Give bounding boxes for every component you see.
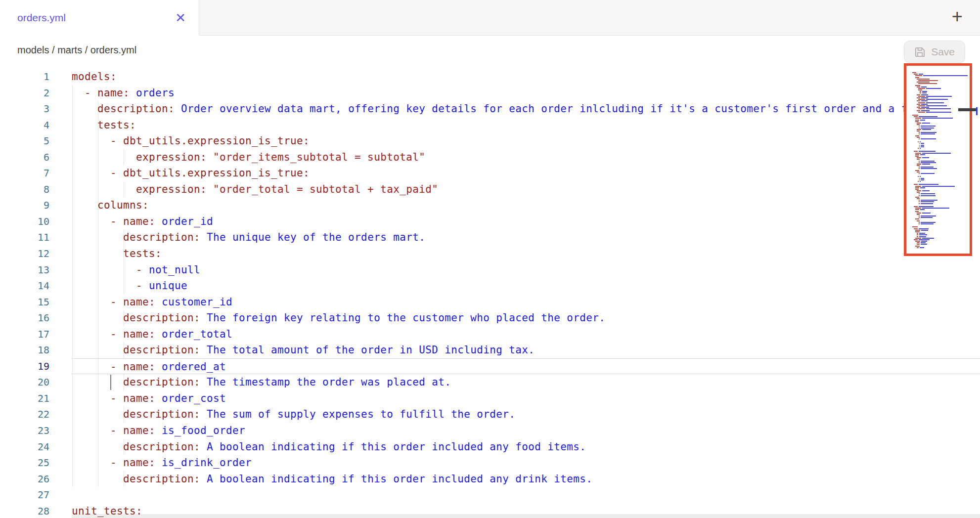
code-line[interactable]: 17- name: order_total [0, 326, 980, 343]
code-line[interactable]: 24description: A boolean indicating if t… [0, 439, 980, 455]
code-line-text: description: The sum of supply expenses … [72, 406, 980, 423]
code-line[interactable]: 14- unique [0, 278, 980, 294]
code-lines: 1models:2- name: orders3description: Ord… [0, 69, 980, 518]
code-line-text: - unique [72, 278, 980, 294]
plus-icon[interactable]: + [952, 7, 963, 26]
minimap-row [915, 208, 970, 209]
minimap-row [915, 230, 970, 231]
line-number: 1 [0, 69, 49, 85]
code-line-text: models: [72, 69, 980, 85]
code-line[interactable]: 18description: The total amount of the o… [0, 342, 980, 358]
caret [110, 375, 111, 390]
code-line-text: - name: order_id [72, 214, 980, 230]
code-line[interactable]: 8expression: "order_total = subtotal + t… [0, 181, 980, 198]
minimap-row [918, 105, 970, 106]
code-line[interactable]: 7- dbt_utils.expression_is_true: [0, 165, 980, 181]
tab-bar: orders.yml ✕ + [0, 0, 980, 36]
close-icon[interactable]: ✕ [175, 11, 186, 24]
minimap-row [918, 96, 970, 97]
minimap-row [917, 164, 970, 165]
minimap-row [919, 173, 970, 174]
code-line[interactable]: 13- not_null [0, 262, 980, 278]
minimap-row [912, 72, 970, 73]
code-line[interactable]: 22description: The sum of supply expense… [0, 406, 980, 423]
save-label: Save [931, 46, 955, 58]
line-number: 14 [0, 278, 49, 294]
minimap-row [919, 201, 970, 202]
minimap-row [919, 146, 970, 147]
minimap-row [915, 77, 970, 78]
minimap-row [917, 236, 970, 237]
minimap-row [915, 75, 970, 76]
minimap-row [914, 184, 970, 185]
code-line[interactable]: 19- name: ordered_at [0, 358, 980, 375]
line-number: 15 [0, 294, 49, 310]
minimap-row [919, 223, 970, 224]
line-number: 21 [0, 390, 49, 407]
code-line[interactable]: 3description: Order overview data mart, … [0, 101, 980, 117]
minimap-highlight[interactable] [904, 63, 972, 256]
minimap-row [917, 79, 970, 80]
minimap-row [919, 178, 970, 179]
code-line[interactable]: 2- name: orders [0, 85, 980, 101]
minimap-row [919, 217, 970, 218]
minimap-row [915, 156, 970, 157]
code-line[interactable]: 9columns: [0, 197, 980, 214]
minimap-row [911, 149, 970, 150]
minimap-row [919, 195, 970, 196]
code-line-text: - name: is_drink_order [72, 455, 980, 471]
minimap-row [914, 151, 970, 152]
save-button[interactable]: Save [904, 41, 965, 63]
minimap-row [917, 190, 970, 191]
code-line[interactable]: 11description: The unique key of the ord… [0, 229, 980, 246]
minimap-row [915, 218, 970, 219]
minimap-row [911, 174, 970, 175]
minimap-row [911, 205, 970, 206]
code-line-text: description: Order overview data mart, o… [72, 101, 980, 117]
code-line[interactable]: 23- name: is_food_order [0, 423, 980, 439]
code-line[interactable]: 4tests: [0, 117, 980, 133]
minimap-row [915, 187, 970, 188]
horizontal-scrollbar[interactable] [72, 514, 980, 518]
line-number: 10 [0, 214, 49, 230]
minimap-row [918, 102, 970, 103]
minimap-row [915, 154, 970, 155]
code-line[interactable]: 6expression: "order_items_subtotal = sub… [0, 149, 980, 166]
code-line[interactable]: 1models: [0, 69, 980, 85]
line-number: 18 [0, 342, 49, 358]
toolbar: models / marts / orders.yml Save [0, 36, 980, 67]
minimap-row [915, 241, 970, 242]
code-line[interactable]: 10- name: order_id [0, 214, 980, 230]
tab-label: orders.yml [17, 12, 66, 24]
line-number: 25 [0, 455, 49, 471]
code-line[interactable]: 12tests: [0, 246, 980, 262]
code-line[interactable]: 21- name: order_cost [0, 390, 980, 407]
minimap-row [917, 130, 970, 131]
minimap-row [915, 238, 970, 239]
code-editor[interactable]: 1models:2- name: orders3description: Ord… [0, 67, 980, 518]
text-cursor-icon [976, 107, 978, 115]
line-number: 23 [0, 423, 49, 439]
minimap-row [919, 145, 970, 146]
code-line[interactable]: 5- dbt_utils.expression_is_true: [0, 133, 980, 149]
code-line-text: description: The unique key of the order… [72, 229, 980, 246]
minimap-row [915, 170, 970, 171]
minimap-row [917, 165, 970, 166]
code-line[interactable]: 26description: A boolean indicating if t… [0, 471, 980, 487]
minimap-row [915, 231, 970, 232]
minimap-row [917, 123, 970, 124]
tab-orders-yml[interactable]: orders.yml ✕ [0, 0, 199, 36]
minimap-row [917, 192, 970, 193]
minimap-row [918, 99, 970, 100]
minimap-row [915, 186, 970, 187]
code-line-text: expression: "order_total = subtotal + ta… [72, 181, 980, 198]
code-line[interactable]: 25- name: is_drink_order [0, 455, 980, 471]
code-line[interactable]: 16description: The foreign key relating … [0, 310, 980, 326]
minimap-row [917, 213, 970, 214]
line-number: 16 [0, 310, 49, 326]
code-line-text: description: The total amount of the ord… [72, 342, 980, 358]
code-line[interactable]: 20description: The timestamp the order w… [0, 374, 980, 390]
minimap-row [917, 86, 970, 87]
code-line[interactable]: 27 [0, 487, 980, 503]
code-line[interactable]: 15- name: customer_id [0, 294, 980, 310]
